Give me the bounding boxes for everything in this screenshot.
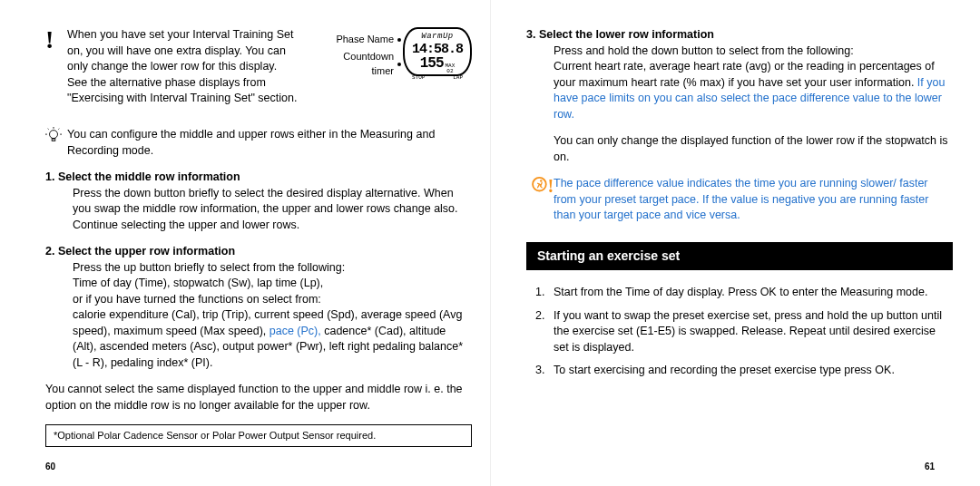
svg-line-5 [48, 129, 49, 130]
footnote-box: *Optional Polar Cadence Sensor or Polar … [45, 424, 472, 447]
step-2-line-4: calorie expenditure (Cal), trip (Trip), … [73, 307, 472, 371]
page-number-left: 60 [45, 461, 55, 473]
exclamation-icon: ! [45, 27, 62, 53]
svg-point-9 [540, 180, 542, 181]
runner-alert-icon: ! [532, 176, 554, 198]
bulb-note-text: You can configure the middle and upper r… [67, 128, 435, 157]
svg-line-6 [58, 129, 59, 130]
section-heading-starting-exercise: Starting an exercise set [526, 242, 953, 271]
watch-stop-label: STOP [412, 74, 425, 82]
leader-dot-icon [397, 63, 401, 66]
step-3-line-a: Press and hold the down button to select… [554, 44, 953, 60]
step-1: 1. Select the middle row information Pre… [45, 170, 472, 233]
step-3-heading: 3. Select the lower row information [526, 27, 953, 44]
step-2-heading: 2. Select the upper row information [45, 244, 472, 260]
watch-display: WarmUp 14:58.8 155 MAX02 STOP LAP [403, 27, 472, 76]
phase-name-label: Phase Name [327, 33, 394, 46]
step-3-line-b: Current heart rate, average heart rate (… [554, 59, 953, 122]
watch-heart-rate: 155 [420, 56, 444, 71]
bulb-note: You can configure the middle and upper r… [45, 127, 472, 159]
pace-difference-text: The pace difference value indicates the … [554, 177, 928, 221]
pace-pc-highlight: pace (Pc), [270, 325, 321, 337]
step-item-2: 2.If you want to swap the preset exercis… [554, 308, 953, 356]
countdown-timer-label: Countdown timer [327, 50, 394, 78]
step-item-3: 3.To start exercising and recording the … [554, 363, 953, 379]
step-1-body: Press the down button briefly to select … [45, 186, 472, 234]
interval-note: ! When you have set your Interval Traini… [45, 27, 299, 107]
footnote-text: *Optional Polar Cadence Sensor or Polar … [54, 430, 376, 441]
starting-exercise-steps: 1.Start from the Time of day display. Pr… [526, 285, 953, 379]
step-item-1: 1.Start from the Time of day display. Pr… [554, 285, 953, 301]
watch-figure: Phase Name Countdown timer WarmUp 14:58.… [327, 27, 472, 82]
page-61: 3. Select the lower row information Pres… [526, 27, 953, 386]
page-number-right: 61 [925, 461, 935, 473]
watch-time: 14:58.8 [408, 43, 466, 56]
lightbulb-icon [45, 127, 62, 143]
watch-lap-label: LAP [453, 74, 463, 82]
leader-dot-icon [397, 38, 401, 42]
pace-difference-note: ! The pace difference value indicates th… [532, 176, 953, 224]
cannot-select-note: You cannot select the same displayed fun… [45, 382, 472, 413]
page-divider [490, 0, 491, 486]
step-3: 3. Select the lower row information Pres… [526, 27, 953, 122]
step-2-line-1: Press the up button briefly to select fr… [73, 260, 472, 277]
interval-note-text: When you have set your Interval Training… [67, 28, 297, 104]
step-2: 2. Select the upper row information Pres… [45, 244, 472, 371]
lower-row-condition: You can only change the displayed functi… [526, 133, 953, 165]
step-2-line-2: Time of day (Time), stopwatch (Sw), lap … [73, 276, 472, 292]
step-2-line-3: or if you have turned the functions on s… [73, 292, 472, 308]
page-60: ! When you have set your Interval Traini… [45, 27, 472, 447]
svg-text:!: ! [548, 176, 554, 196]
step-1-heading: 1. Select the middle row information [45, 170, 472, 186]
watch-phase: WarmUp [408, 31, 466, 43]
svg-point-0 [50, 131, 58, 139]
